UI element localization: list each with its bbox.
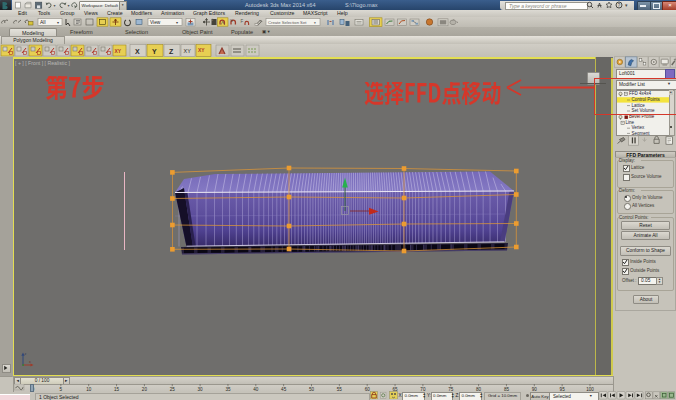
svg-text:▾: ▾ (176, 20, 178, 25)
svg-text:?: ? (618, 2, 621, 8)
svg-text:XY: XY (184, 48, 192, 54)
svg-text:▾: ▾ (54, 3, 56, 8)
svg-text:z: z (25, 352, 27, 356)
svg-text:All: All (40, 19, 46, 25)
svg-text:▾: ▾ (625, 2, 628, 8)
svg-text:X: X (135, 48, 140, 55)
svg-text:XY: XY (198, 47, 205, 53)
svg-text:x: x (29, 360, 31, 364)
svg-text:▾: ▾ (57, 20, 59, 25)
svg-text:Z: Z (169, 48, 174, 55)
svg-text:▾: ▾ (68, 3, 70, 8)
svg-text:Y: Y (152, 48, 157, 55)
svg-text:XY: XY (115, 48, 122, 54)
svg-text:F: F (241, 19, 244, 24)
svg-text:Create Selection Set: Create Selection Set (268, 20, 307, 25)
svg-text:%: % (230, 19, 233, 23)
svg-text:▾: ▾ (314, 21, 316, 25)
svg-text:View: View (150, 20, 161, 25)
